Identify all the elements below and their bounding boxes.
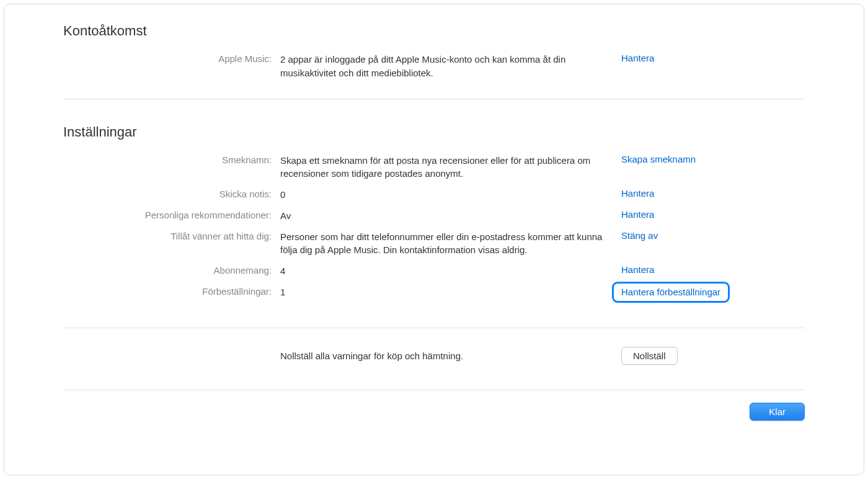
send-notice-label: Skicka notis: [63,188,280,199]
preorders-value: 1 [280,285,615,299]
divider [63,99,805,99]
footer: Klar [63,403,805,421]
subscriptions-value: 4 [280,264,615,278]
account-settings-window: Kontoåtkomst Apple Music: 2 appar är inl… [4,4,864,475]
apple-music-manage-link[interactable]: Hantera [621,53,654,63]
subscriptions-label: Abonnemang: [63,264,280,275]
personal-recs-row: Personliga rekommendationer: Av Hantera [63,209,805,223]
personal-recs-value: Av [280,209,615,223]
nickname-label: Smeknamn: [63,154,280,165]
personal-recs-manage-link[interactable]: Hantera [621,209,654,220]
apple-music-row: Apple Music: 2 appar är inloggade på dit… [63,53,805,80]
nickname-value: Skapa ett smeknamn för att posta nya rec… [280,154,615,181]
subscriptions-row: Abonnemang: 4 Hantera [63,264,805,278]
allow-friends-value: Personer som har ditt telefonnummer elle… [280,230,615,257]
allow-friends-row: Tillåt vänner att hitta dig: Personer so… [63,230,805,257]
reset-warnings-description: Nollställ alla varningar för köp och häm… [280,351,615,361]
manage-preorders-link[interactable]: Hantera förbeställningar [621,287,720,297]
done-button[interactable]: Klar [750,403,805,421]
send-notice-row: Skicka notis: 0 Hantera [63,188,805,202]
apple-music-label: Apple Music: [63,53,280,64]
send-notice-manage-link[interactable]: Hantera [621,188,654,199]
allow-friends-label: Tillåt vänner att hitta dig: [63,230,280,241]
account-access-title: Kontoåtkomst [63,23,805,39]
allow-friends-disable-link[interactable]: Stäng av [621,230,658,241]
reset-warnings-row: Nollställ alla varningar för köp och häm… [63,347,805,365]
personal-recs-label: Personliga rekommendationer: [63,209,280,220]
apple-music-value: 2 appar är inloggade på ditt Apple Music… [280,53,615,80]
settings-title: Inställningar [63,124,805,140]
divider [63,390,805,390]
subscriptions-manage-link[interactable]: Hantera [621,264,654,275]
reset-button[interactable]: Nollställ [621,347,678,365]
send-notice-value: 0 [280,188,615,202]
divider [63,328,805,328]
nickname-row: Smeknamn: Skapa ett smeknamn för att pos… [63,154,805,181]
preorders-highlight: Hantera förbeställningar [612,282,730,303]
preorders-label: Förbeställningar: [63,285,280,297]
create-nickname-link[interactable]: Skapa smeknamn [621,154,696,164]
preorders-row: Förbeställningar: 1 Hantera förbeställni… [63,285,805,303]
